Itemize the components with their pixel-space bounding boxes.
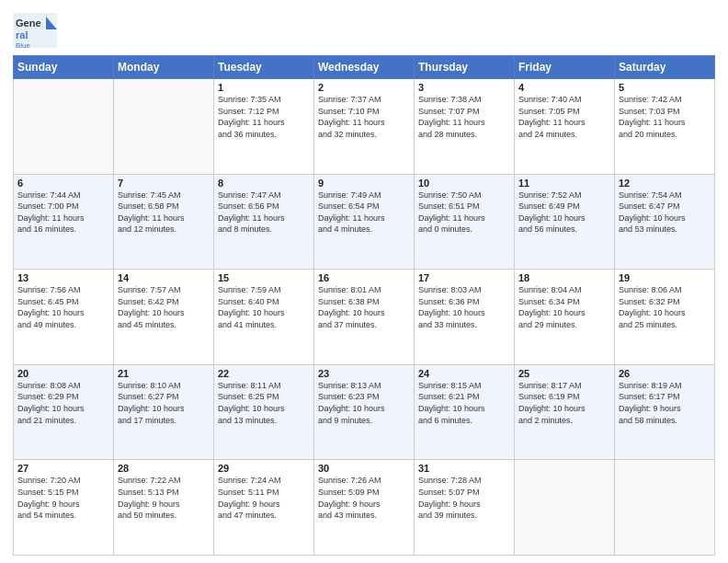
- day-info: Sunrise: 7:57 AM Sunset: 6:42 PM Dayligh…: [118, 284, 210, 330]
- calendar-cell: [114, 79, 214, 175]
- day-number: 11: [518, 178, 610, 189]
- calendar-cell: 23Sunrise: 8:13 AM Sunset: 6:23 PM Dayli…: [314, 364, 415, 460]
- calendar-cell: 3Sunrise: 7:38 AM Sunset: 7:07 PM Daylig…: [415, 79, 515, 175]
- calendar-week-row: 6Sunrise: 7:44 AM Sunset: 7:00 PM Daylig…: [14, 174, 715, 270]
- svg-text:ral: ral: [16, 29, 28, 40]
- day-number: 5: [619, 82, 711, 93]
- day-number: 26: [619, 368, 711, 379]
- day-info: Sunrise: 8:04 AM Sunset: 6:34 PM Dayligh…: [518, 284, 610, 330]
- day-number: 25: [518, 368, 610, 379]
- day-info: Sunrise: 7:22 AM Sunset: 5:13 PM Dayligh…: [118, 475, 210, 521]
- calendar-week-row: 1Sunrise: 7:35 AM Sunset: 7:12 PM Daylig…: [14, 79, 715, 175]
- day-info: Sunrise: 7:44 AM Sunset: 7:00 PM Dayligh…: [17, 190, 109, 236]
- calendar-cell: 15Sunrise: 7:59 AM Sunset: 6:40 PM Dayli…: [214, 270, 314, 365]
- page: Gene ral Blue SundayMondayTuesdayWednesd…: [0, 0, 728, 563]
- day-number: 24: [418, 368, 510, 379]
- day-number: 29: [218, 463, 310, 474]
- calendar-cell: 9Sunrise: 7:49 AM Sunset: 6:54 PM Daylig…: [314, 174, 415, 270]
- day-number: 15: [218, 272, 310, 283]
- day-info: Sunrise: 8:17 AM Sunset: 6:19 PM Dayligh…: [518, 380, 610, 426]
- day-info: Sunrise: 7:42 AM Sunset: 7:03 PM Dayligh…: [619, 94, 711, 140]
- calendar-table: SundayMondayTuesdayWednesdayThursdayFrid…: [13, 55, 715, 556]
- calendar-cell: 11Sunrise: 7:52 AM Sunset: 6:49 PM Dayli…: [515, 174, 615, 270]
- day-number: 16: [318, 272, 410, 283]
- calendar-cell: 8Sunrise: 7:47 AM Sunset: 6:56 PM Daylig…: [214, 174, 314, 270]
- day-info: Sunrise: 7:59 AM Sunset: 6:40 PM Dayligh…: [218, 284, 310, 330]
- day-info: Sunrise: 7:28 AM Sunset: 5:07 PM Dayligh…: [418, 475, 510, 521]
- day-info: Sunrise: 7:20 AM Sunset: 5:15 PM Dayligh…: [17, 475, 109, 521]
- calendar-cell: 4Sunrise: 7:40 AM Sunset: 7:05 PM Daylig…: [515, 79, 615, 175]
- day-number: 17: [418, 272, 510, 283]
- calendar-header-wednesday: Wednesday: [314, 56, 415, 79]
- calendar-week-row: 27Sunrise: 7:20 AM Sunset: 5:15 PM Dayli…: [14, 460, 715, 556]
- day-number: 21: [118, 368, 210, 379]
- day-info: Sunrise: 8:01 AM Sunset: 6:38 PM Dayligh…: [318, 284, 410, 330]
- day-number: 4: [518, 82, 610, 93]
- day-number: 28: [118, 463, 210, 474]
- day-number: 10: [418, 178, 510, 189]
- day-number: 8: [218, 178, 310, 189]
- day-number: 12: [619, 178, 711, 189]
- day-number: 22: [218, 368, 310, 379]
- day-info: Sunrise: 7:56 AM Sunset: 6:45 PM Dayligh…: [17, 284, 109, 330]
- day-info: Sunrise: 8:06 AM Sunset: 6:32 PM Dayligh…: [619, 284, 711, 330]
- day-info: Sunrise: 8:19 AM Sunset: 6:17 PM Dayligh…: [619, 380, 711, 426]
- day-number: 14: [118, 272, 210, 283]
- calendar-cell: 16Sunrise: 8:01 AM Sunset: 6:38 PM Dayli…: [314, 270, 415, 365]
- day-info: Sunrise: 7:35 AM Sunset: 7:12 PM Dayligh…: [218, 94, 310, 140]
- day-info: Sunrise: 7:26 AM Sunset: 5:09 PM Dayligh…: [318, 475, 410, 521]
- day-info: Sunrise: 7:50 AM Sunset: 6:51 PM Dayligh…: [418, 190, 510, 236]
- calendar-cell: 30Sunrise: 7:26 AM Sunset: 5:09 PM Dayli…: [314, 460, 415, 556]
- calendar-header-tuesday: Tuesday: [214, 56, 314, 79]
- day-info: Sunrise: 7:24 AM Sunset: 5:11 PM Dayligh…: [218, 475, 310, 521]
- day-info: Sunrise: 7:54 AM Sunset: 6:47 PM Dayligh…: [619, 190, 711, 236]
- calendar-header-friday: Friday: [515, 56, 615, 79]
- day-number: 31: [418, 463, 510, 474]
- day-info: Sunrise: 8:03 AM Sunset: 6:36 PM Dayligh…: [418, 284, 510, 330]
- logo-svg: Gene ral Blue: [13, 13, 59, 50]
- calendar-week-row: 20Sunrise: 8:08 AM Sunset: 6:29 PM Dayli…: [14, 364, 715, 460]
- day-info: Sunrise: 8:10 AM Sunset: 6:27 PM Dayligh…: [118, 380, 210, 426]
- calendar-cell: 25Sunrise: 8:17 AM Sunset: 6:19 PM Dayli…: [515, 364, 615, 460]
- calendar-cell: 27Sunrise: 7:20 AM Sunset: 5:15 PM Dayli…: [14, 460, 114, 556]
- day-number: 18: [518, 272, 610, 283]
- day-number: 3: [418, 82, 510, 93]
- day-number: 6: [17, 178, 109, 189]
- day-number: 23: [318, 368, 410, 379]
- day-number: 19: [619, 272, 711, 283]
- calendar-header-saturday: Saturday: [615, 56, 715, 79]
- day-info: Sunrise: 7:52 AM Sunset: 6:49 PM Dayligh…: [518, 190, 610, 236]
- day-number: 27: [17, 463, 109, 474]
- day-info: Sunrise: 8:11 AM Sunset: 6:25 PM Dayligh…: [218, 380, 310, 426]
- day-number: 13: [17, 272, 109, 283]
- calendar-cell: 13Sunrise: 7:56 AM Sunset: 6:45 PM Dayli…: [14, 270, 114, 365]
- header: Gene ral Blue: [13, 9, 715, 50]
- calendar-cell: 20Sunrise: 8:08 AM Sunset: 6:29 PM Dayli…: [14, 364, 114, 460]
- calendar-cell: 24Sunrise: 8:15 AM Sunset: 6:21 PM Dayli…: [415, 364, 515, 460]
- calendar-cell: 7Sunrise: 7:45 AM Sunset: 6:58 PM Daylig…: [114, 174, 214, 270]
- day-info: Sunrise: 7:37 AM Sunset: 7:10 PM Dayligh…: [318, 94, 410, 140]
- calendar-cell: 19Sunrise: 8:06 AM Sunset: 6:32 PM Dayli…: [615, 270, 715, 365]
- svg-text:Blue: Blue: [16, 41, 31, 50]
- calendar-header-thursday: Thursday: [415, 56, 515, 79]
- day-info: Sunrise: 8:13 AM Sunset: 6:23 PM Dayligh…: [318, 380, 410, 426]
- calendar-cell: 31Sunrise: 7:28 AM Sunset: 5:07 PM Dayli…: [415, 460, 515, 556]
- calendar-cell: 12Sunrise: 7:54 AM Sunset: 6:47 PM Dayli…: [615, 174, 715, 270]
- calendar-week-row: 13Sunrise: 7:56 AM Sunset: 6:45 PM Dayli…: [14, 270, 715, 365]
- calendar-cell: 17Sunrise: 8:03 AM Sunset: 6:36 PM Dayli…: [415, 270, 515, 365]
- calendar-cell: 29Sunrise: 7:24 AM Sunset: 5:11 PM Dayli…: [214, 460, 314, 556]
- calendar-header-row: SundayMondayTuesdayWednesdayThursdayFrid…: [14, 56, 715, 79]
- day-number: 2: [318, 82, 410, 93]
- day-info: Sunrise: 7:45 AM Sunset: 6:58 PM Dayligh…: [118, 190, 210, 236]
- calendar-cell: 6Sunrise: 7:44 AM Sunset: 7:00 PM Daylig…: [14, 174, 114, 270]
- day-info: Sunrise: 7:40 AM Sunset: 7:05 PM Dayligh…: [518, 94, 610, 140]
- calendar-cell: 2Sunrise: 7:37 AM Sunset: 7:10 PM Daylig…: [314, 79, 415, 175]
- day-number: 20: [17, 368, 109, 379]
- calendar-header-sunday: Sunday: [14, 56, 114, 79]
- day-number: 7: [118, 178, 210, 189]
- calendar-cell: 10Sunrise: 7:50 AM Sunset: 6:51 PM Dayli…: [415, 174, 515, 270]
- calendar-cell: [615, 460, 715, 556]
- calendar-cell: 26Sunrise: 8:19 AM Sunset: 6:17 PM Dayli…: [615, 364, 715, 460]
- calendar-cell: 1Sunrise: 7:35 AM Sunset: 7:12 PM Daylig…: [214, 79, 314, 175]
- calendar-cell: 5Sunrise: 7:42 AM Sunset: 7:03 PM Daylig…: [615, 79, 715, 175]
